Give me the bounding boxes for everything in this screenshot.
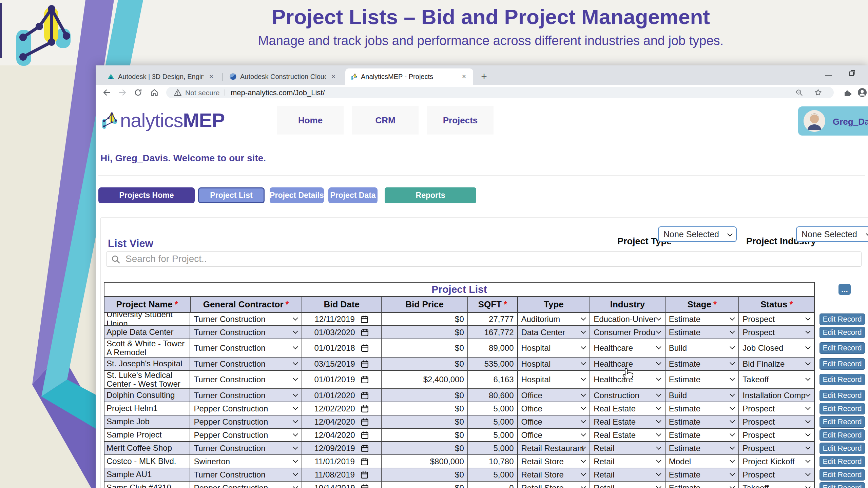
contractor-select[interactable]: Turner Construction — [190, 358, 302, 370]
calendar-icon[interactable] — [361, 344, 369, 352]
sqft-cell[interactable]: 5,000 — [468, 415, 518, 428]
contractor-select[interactable]: Turner Construction — [190, 468, 302, 481]
edit-record-button[interactable]: Edit Record — [819, 482, 865, 488]
stage-select[interactable]: Build — [666, 339, 739, 357]
industry-select[interactable]: Real Estate — [590, 429, 666, 441]
status-select[interactable]: Prospect — [739, 442, 814, 454]
sqft-cell[interactable]: 80,600 — [468, 389, 518, 402]
bid-price-cell[interactable]: $0 — [382, 429, 468, 441]
project-industry-select[interactable]: None Selected — [796, 226, 868, 242]
contractor-select[interactable]: Pepper Construction — [190, 482, 302, 488]
type-select[interactable]: Office — [518, 389, 591, 402]
nav-crm[interactable]: CRM — [352, 106, 419, 135]
industry-select[interactable]: Retail — [590, 482, 666, 488]
sqft-cell[interactable]: 10,780 — [468, 455, 518, 468]
contractor-select[interactable]: Turner Construction — [190, 313, 302, 325]
calendar-icon[interactable] — [360, 457, 369, 466]
minimize-icon[interactable] — [825, 75, 832, 76]
status-select[interactable]: Project Kickoff — [739, 455, 814, 468]
restore-icon[interactable] — [849, 72, 854, 76]
bid-price-cell[interactable]: $0 — [382, 415, 468, 428]
address-bar[interactable]: Not secure mep-analytics.com/Job_List/ — [166, 87, 834, 98]
project-name-cell[interactable]: Sample Project — [104, 429, 190, 441]
type-select[interactable]: Retail Store — [518, 455, 591, 468]
project-type-select[interactable]: None Selected — [658, 226, 737, 242]
calendar-icon[interactable] — [360, 315, 369, 324]
industry-select[interactable]: Healthcare — [590, 371, 666, 388]
industry-select[interactable]: Retail — [590, 455, 666, 468]
contractor-select[interactable]: Turner Construction — [190, 442, 302, 454]
industry-select[interactable]: Retail — [590, 442, 666, 454]
industry-select[interactable]: Education-Univer — [590, 313, 666, 325]
calendar-icon[interactable] — [361, 444, 369, 453]
extensions-puzzle-icon[interactable] — [843, 88, 852, 97]
close-icon[interactable]: × — [329, 72, 338, 81]
back-icon[interactable] — [102, 88, 111, 97]
nav-home[interactable]: Home — [277, 106, 344, 135]
tab-analyticsmep-active[interactable]: AnalyticsMEP - Projects × — [345, 68, 473, 85]
nav-projects[interactable]: Projects — [427, 106, 494, 135]
tab-project-list[interactable]: Project List — [198, 187, 265, 203]
stage-select[interactable]: Estimate — [666, 326, 739, 339]
sqft-cell[interactable]: 6,163 — [468, 371, 518, 388]
industry-select[interactable]: Healthcare — [590, 339, 666, 357]
profile-avatar-icon[interactable] — [857, 88, 867, 97]
type-select[interactable]: Hospital — [518, 371, 591, 388]
bid-date-cell[interactable]: 11/08/2019 — [302, 468, 382, 481]
project-name-cell[interactable]: Scott & White - Tower A Remodel — [104, 339, 190, 357]
status-select[interactable]: Prospect — [739, 468, 814, 481]
stage-select[interactable]: Estimate — [666, 482, 739, 488]
new-tab-button[interactable]: + — [478, 71, 490, 82]
status-select[interactable]: Bid Finalize — [739, 358, 814, 370]
type-select[interactable]: Retail Store — [518, 468, 591, 481]
industry-select[interactable]: Consumer Produ — [590, 326, 666, 339]
calendar-icon[interactable] — [361, 360, 369, 368]
sqft-cell[interactable]: 5,000 — [468, 429, 518, 441]
industry-select[interactable]: Real Estate — [590, 402, 666, 415]
site-logo[interactable]: nalytics MEP — [100, 109, 225, 131]
industry-select[interactable]: Retail — [590, 468, 666, 481]
calendar-icon[interactable] — [361, 484, 369, 488]
stage-select[interactable]: Build — [666, 389, 739, 402]
bid-date-cell[interactable]: 01/01/2020 — [302, 389, 382, 402]
edit-record-button[interactable]: Edit Record — [819, 390, 865, 401]
type-select[interactable]: Data Center — [518, 326, 591, 339]
bookmark-star-icon[interactable] — [814, 88, 822, 97]
stage-select[interactable]: Estimate — [666, 371, 739, 388]
stage-select[interactable]: Estimate — [666, 358, 739, 370]
contractor-select[interactable]: Turner Construction — [190, 339, 302, 357]
table-more-button[interactable]: ... — [838, 284, 851, 295]
bid-date-cell[interactable]: 01/03/2020 — [302, 326, 382, 339]
sqft-cell[interactable]: 89,000 — [468, 339, 518, 357]
edit-record-button[interactable]: Edit Record — [819, 374, 865, 385]
bid-date-cell[interactable]: 11/01/2019 — [302, 455, 382, 468]
bid-price-cell[interactable]: $0 — [382, 313, 468, 325]
project-name-cell[interactable]: St. Luke's Medical Center - West Tower — [104, 371, 190, 388]
zoom-out-icon[interactable] — [795, 89, 803, 97]
bid-price-cell[interactable]: $0 — [382, 482, 468, 488]
industry-select[interactable]: Real Estate — [590, 415, 666, 428]
bid-price-cell[interactable]: $0 — [382, 358, 468, 370]
tab-construction-cloud[interactable]: Autodesk Construction Cloud × — [225, 68, 343, 85]
status-select[interactable]: Prospect — [739, 402, 814, 415]
sqft-cell[interactable]: 27,777 — [468, 313, 518, 325]
status-select[interactable]: Takeoff — [739, 482, 814, 488]
tab-projects-home[interactable]: Projects Home — [98, 187, 195, 203]
type-select[interactable]: Office — [518, 402, 591, 415]
bid-price-cell[interactable]: $0 — [382, 468, 468, 481]
calendar-icon[interactable] — [361, 375, 369, 384]
project-name-cell[interactable]: Costco - MLK Blvd. — [104, 455, 190, 468]
bid-date-cell[interactable]: 01/01/2018 — [302, 339, 382, 357]
calendar-icon[interactable] — [360, 470, 369, 479]
calendar-icon[interactable] — [361, 431, 369, 440]
stage-select[interactable]: Estimate — [666, 429, 739, 441]
stage-select[interactable]: Model — [666, 455, 739, 468]
project-name-cell[interactable]: Sams Club #4310 — [104, 482, 190, 488]
reload-icon[interactable] — [134, 88, 142, 97]
status-select[interactable]: Prospect — [739, 313, 814, 325]
edit-record-button[interactable]: Edit Record — [819, 429, 865, 441]
sqft-cell[interactable]: 5,000 — [468, 402, 518, 415]
bid-date-cell[interactable]: 12/02/2020 — [302, 402, 382, 415]
sqft-cell[interactable]: 0 — [468, 482, 518, 488]
status-select[interactable]: Prospect — [739, 429, 814, 441]
